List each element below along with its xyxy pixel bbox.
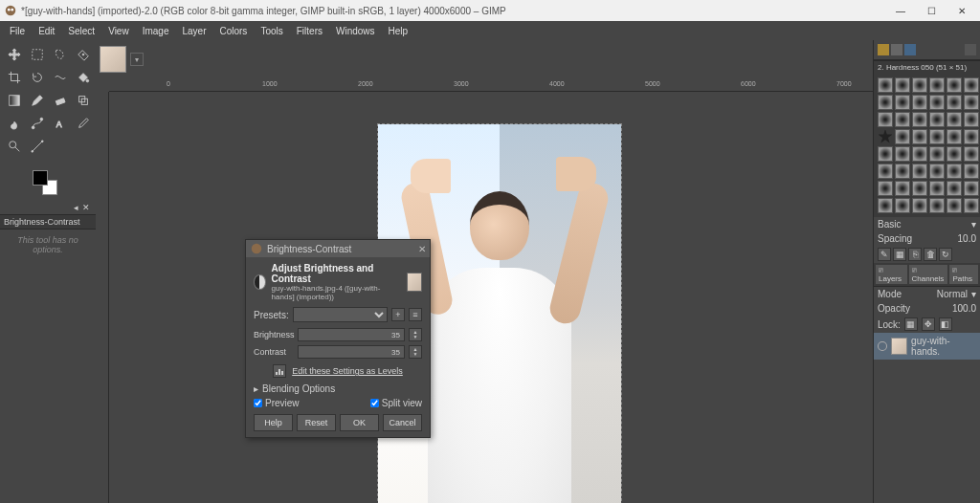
brush-item[interactable] <box>929 198 945 213</box>
menu-windows[interactable]: Windows <box>330 24 381 38</box>
zoom-tool[interactable] <box>4 136 25 157</box>
warp-tool[interactable] <box>50 67 71 88</box>
dialog-titlebar[interactable]: Brightness-Contrast ✕ <box>246 240 430 257</box>
menu-colors[interactable]: Colors <box>213 24 253 38</box>
menu-edit[interactable]: Edit <box>33 24 60 38</box>
brush-item[interactable] <box>929 112 945 127</box>
brush-item[interactable] <box>878 95 893 110</box>
lock-alpha-icon[interactable]: ◧ <box>939 317 952 331</box>
brush-item[interactable] <box>947 164 962 179</box>
brush-refresh-icon[interactable]: ↻ <box>939 248 952 261</box>
fuzzy-select-tool[interactable] <box>73 44 94 65</box>
minimize-button[interactable]: — <box>886 2 915 19</box>
presets-select[interactable] <box>293 307 388 322</box>
brush-item[interactable] <box>878 198 893 213</box>
layer-name[interactable]: guy-with-hands. <box>911 336 976 357</box>
move-tool[interactable] <box>4 44 25 65</box>
brush-item[interactable] <box>964 95 979 110</box>
fg-bg-color[interactable] <box>29 166 67 201</box>
crop-tool[interactable] <box>4 67 25 88</box>
image-tab-thumb[interactable] <box>100 46 126 73</box>
color-picker-tool[interactable] <box>73 113 94 134</box>
rotate-tool[interactable] <box>27 67 48 88</box>
history-tab-icon[interactable] <box>965 44 976 55</box>
brush-item[interactable] <box>878 181 893 196</box>
brush-item[interactable] <box>964 146 979 162</box>
brush-item[interactable] <box>912 95 927 110</box>
bucket-fill-tool[interactable] <box>73 67 94 88</box>
brush-item[interactable] <box>964 164 979 179</box>
help-button[interactable]: Help <box>254 414 293 431</box>
new-view-button[interactable]: ▾ <box>130 53 144 66</box>
tab-paths[interactable]: ⎚ Paths <box>949 265 978 284</box>
brush-item[interactable] <box>912 129 927 144</box>
brush-grid[interactable] <box>874 74 980 217</box>
brush-item[interactable] <box>912 181 927 196</box>
menu-select[interactable]: Select <box>62 24 100 38</box>
preset-add-button[interactable]: + <box>391 308 405 321</box>
canvas-viewport[interactable] <box>109 92 873 503</box>
brush-item[interactable] <box>929 164 945 179</box>
brush-item[interactable] <box>929 95 945 110</box>
brush-item[interactable] <box>947 112 962 127</box>
brush-item[interactable] <box>912 112 927 127</box>
contrast-slider[interactable]: 35 <box>298 345 405 359</box>
brush-item[interactable] <box>895 129 910 144</box>
contrast-spinner[interactable]: ▲▼ <box>409 345 422 359</box>
brush-new-icon[interactable]: ▦ <box>893 248 906 261</box>
maximize-button[interactable]: ☐ <box>917 2 946 19</box>
brush-item[interactable] <box>895 198 910 213</box>
brush-edit-icon[interactable]: ✎ <box>878 248 891 261</box>
visibility-icon[interactable] <box>878 341 887 351</box>
brush-item[interactable] <box>895 95 910 110</box>
brush-item[interactable] <box>895 164 910 179</box>
brush-item[interactable] <box>964 112 979 127</box>
tab-layers[interactable]: ⎚ Layers <box>876 265 907 284</box>
levels-icon[interactable] <box>273 364 286 378</box>
foreground-color[interactable] <box>33 170 48 186</box>
lock-position-icon[interactable]: ✥ <box>922 317 935 331</box>
brightness-spinner[interactable]: ▲▼ <box>409 328 422 341</box>
brush-item[interactable] <box>912 164 927 179</box>
menu-filters[interactable]: Filters <box>291 24 328 38</box>
split-view-checkbox[interactable]: Split view <box>370 398 422 408</box>
brush-item[interactable] <box>964 77 979 93</box>
mode-menu-icon[interactable]: ▾ <box>971 289 976 299</box>
menu-file[interactable]: File <box>4 24 31 38</box>
dialog-close-icon[interactable]: ✕ <box>418 244 426 254</box>
brush-item[interactable] <box>947 198 962 213</box>
brightness-slider[interactable]: 35 <box>298 328 405 341</box>
brush-item[interactable] <box>878 164 893 179</box>
brush-item[interactable] <box>912 77 927 93</box>
brush-item[interactable] <box>964 181 979 196</box>
cancel-button[interactable]: Cancel <box>383 414 422 431</box>
brush-item[interactable] <box>895 77 910 93</box>
dock-menu-icon[interactable]: ◂ <box>74 203 78 212</box>
reset-button[interactable]: Reset <box>297 414 336 431</box>
patterns-tab-icon[interactable] <box>891 44 902 55</box>
mode-value[interactable]: Normal <box>937 289 968 299</box>
brush-item[interactable] <box>912 198 927 213</box>
layer-row[interactable]: guy-with-hands. <box>874 333 980 360</box>
brush-item[interactable] <box>947 146 962 162</box>
brush-item[interactable] <box>878 112 893 127</box>
brush-item[interactable] <box>929 129 945 144</box>
brush-item[interactable] <box>947 129 962 144</box>
tab-channels[interactable]: ⎚ Channels <box>909 265 948 284</box>
brush-dup-icon[interactable]: ⎘ <box>908 248 922 261</box>
brush-item[interactable] <box>964 198 979 213</box>
preview-checkbox[interactable]: Preview <box>254 398 300 408</box>
brush-item[interactable] <box>929 181 945 196</box>
brush-item[interactable] <box>929 77 945 93</box>
pencil-tool[interactable] <box>27 90 48 111</box>
free-select-tool[interactable] <box>50 44 71 65</box>
lock-pixels-icon[interactable]: ▦ <box>904 317 918 331</box>
blending-options-expander[interactable]: ▸ Blending Options <box>254 383 422 394</box>
dock-close-icon[interactable]: ✕ <box>82 203 90 212</box>
brush-item[interactable] <box>947 95 962 110</box>
paths-tool[interactable] <box>27 113 48 134</box>
brush-item[interactable] <box>964 129 979 144</box>
menu-image[interactable]: Image <box>137 24 175 38</box>
brush-item[interactable] <box>895 181 910 196</box>
brush-preset-menu-icon[interactable]: ▾ <box>971 219 976 230</box>
